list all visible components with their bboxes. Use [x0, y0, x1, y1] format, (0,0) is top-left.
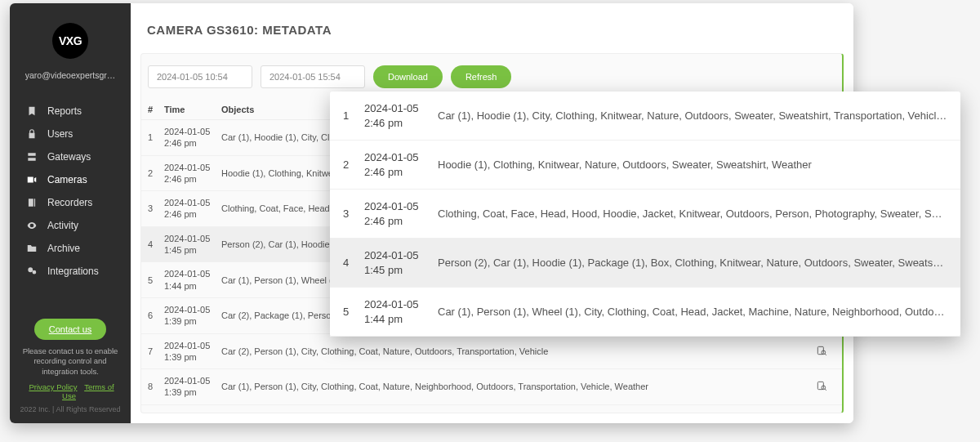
- cell-index: 2: [148, 168, 164, 178]
- refresh-button[interactable]: Refresh: [451, 65, 512, 88]
- gears-icon: [26, 266, 38, 277]
- table-row[interactable]: 72024-01-051:39 pmCar (2), Person (1), C…: [141, 334, 842, 370]
- datetime-to-input[interactable]: [261, 65, 365, 88]
- nav: Reports Users Gateways Cameras Recorders…: [10, 100, 131, 283]
- privacy-policy-link[interactable]: Privacy Policy: [29, 382, 77, 391]
- cell-index: 7: [148, 346, 164, 356]
- sidebar-item-archive[interactable]: Archive: [10, 237, 131, 260]
- row-action[interactable]: [816, 345, 835, 358]
- brand-logo: VXG: [52, 23, 88, 59]
- overlay-cell-time: 2024-01-051:44 pm: [364, 297, 438, 326]
- sidebar-item-reports[interactable]: Reports: [10, 100, 131, 123]
- table-row[interactable]: 92024-01-051:39 pmCar (2), City, Clothin…: [141, 405, 842, 413]
- cell-time: 2024-01-051:39 pm: [164, 340, 221, 364]
- th-time: Time: [164, 105, 221, 114]
- cell-time: 2024-01-051:39 pm: [164, 304, 221, 328]
- th-index: #: [148, 105, 164, 114]
- overlay-row[interactable]: 52024-01-051:44 pmCar (1), Person (1), W…: [330, 288, 960, 337]
- recorder-icon: [26, 197, 38, 208]
- overlay-cell-objects: Person (2), Car (1), Hoodie (1), Package…: [438, 257, 947, 269]
- contact-block: Contact us Please contact us to enable r…: [10, 307, 131, 423]
- overlay-row[interactable]: 12024-01-052:46 pmCar (1), Hoodie (1), C…: [330, 92, 960, 141]
- folder-icon: [26, 243, 38, 254]
- datetime-from-input[interactable]: [148, 65, 252, 88]
- cell-time: 2024-01-051:39 pm: [164, 375, 221, 399]
- overlay-cell-objects: Car (1), Person (1), Wheel (1), City, Cl…: [438, 306, 947, 318]
- sidebar-item-recorders[interactable]: Recorders: [10, 191, 131, 214]
- policy-links: Privacy Policy Terms of Use: [18, 382, 122, 400]
- overlay-cell-time: 2024-01-051:45 pm: [364, 248, 438, 277]
- cell-time: 2024-01-051:39 pm: [164, 411, 221, 413]
- overlay-cell-time: 2024-01-052:46 pm: [364, 101, 438, 130]
- overlay-cell-objects: Car (1), Hoodie (1), City, Clothing, Kni…: [438, 109, 947, 122]
- sidebar-item-label: Activity: [47, 220, 78, 231]
- sidebar: VXG yaro@videoexpertsgr… Reports Users G…: [10, 3, 131, 423]
- overlay-cell-index: 5: [343, 306, 364, 318]
- copyright: 2022 Inc. | All Rights Reserved: [18, 405, 122, 413]
- sidebar-item-label: Archive: [47, 243, 80, 254]
- overlay-cell-index: 3: [343, 208, 364, 220]
- overlay-row[interactable]: 32024-01-052:46 pmClothing, Coat, Face, …: [330, 190, 960, 239]
- cell-index: 6: [148, 310, 164, 320]
- cell-objects: Car (1), Person (1), City, Clothing, Coa…: [221, 382, 816, 391]
- cell-time: 2024-01-051:45 pm: [164, 233, 221, 257]
- detail-icon: [816, 380, 827, 391]
- bookmark-icon: [26, 105, 38, 117]
- sidebar-item-integrations[interactable]: Integrations: [10, 260, 131, 283]
- download-button[interactable]: Download: [373, 65, 443, 88]
- overlay-cell-index: 2: [343, 158, 364, 171]
- overlay-row[interactable]: 42024-01-051:45 pmPerson (2), Car (1), H…: [330, 239, 960, 288]
- cell-time: 2024-01-051:44 pm: [164, 268, 221, 292]
- sidebar-item-label: Reports: [47, 105, 82, 117]
- overlay-row[interactable]: 22024-01-052:46 pmHoodie (1), Clothing, …: [330, 141, 960, 190]
- user-email: yaro@videoexpertsgr…: [25, 70, 115, 80]
- overlay-cell-index: 4: [343, 257, 364, 269]
- sidebar-item-cameras[interactable]: Cameras: [10, 168, 131, 191]
- overlay-cell-time: 2024-01-052:46 pm: [364, 150, 438, 179]
- cell-time: 2024-01-052:46 pm: [164, 126, 221, 150]
- server-icon: [26, 151, 38, 163]
- overlay-cell-index: 1: [343, 109, 364, 122]
- sidebar-item-label: Gateways: [47, 151, 91, 163]
- sidebar-item-label: Users: [47, 128, 73, 140]
- overlay-cell-objects: Hoodie (1), Clothing, Knitwear, Nature, …: [438, 158, 947, 171]
- eye-icon: [26, 220, 38, 231]
- sidebar-item-label: Recorders: [47, 197, 92, 208]
- cell-index: 5: [148, 275, 164, 285]
- camera-icon: [26, 174, 38, 185]
- overlay-cell-time: 2024-01-052:46 pm: [364, 199, 438, 228]
- sidebar-item-label: Integrations: [47, 266, 99, 277]
- sidebar-item-activity[interactable]: Activity: [10, 214, 131, 237]
- detail-overlay: 12024-01-052:46 pmCar (1), Hoodie (1), C…: [330, 92, 960, 337]
- cell-objects: Car (2), Person (1), City, Clothing, Coa…: [221, 346, 816, 356]
- cell-time: 2024-01-052:46 pm: [164, 162, 221, 185]
- sidebar-item-label: Cameras: [47, 174, 87, 185]
- cell-index: 8: [148, 382, 164, 391]
- table-row[interactable]: 82024-01-051:39 pmCar (1), Person (1), C…: [141, 369, 842, 405]
- contact-us-button[interactable]: Contact us: [34, 319, 107, 340]
- cell-index: 1: [148, 132, 164, 142]
- cell-index: 3: [148, 203, 164, 213]
- sidebar-item-users[interactable]: Users: [10, 123, 131, 145]
- overlay-cell-objects: Clothing, Coat, Face, Head, Hood, Hoodie…: [438, 208, 947, 220]
- cell-time: 2024-01-052:46 pm: [164, 197, 221, 221]
- lock-icon: [26, 128, 38, 140]
- detail-icon: [816, 345, 827, 356]
- contact-text: Please contact us to enable recording co…: [18, 346, 122, 377]
- page-title: CAMERA GS3610: METADATA: [131, 3, 853, 53]
- cell-index: 4: [148, 239, 164, 249]
- sidebar-item-gateways[interactable]: Gateways: [10, 145, 131, 168]
- row-action[interactable]: [816, 380, 835, 393]
